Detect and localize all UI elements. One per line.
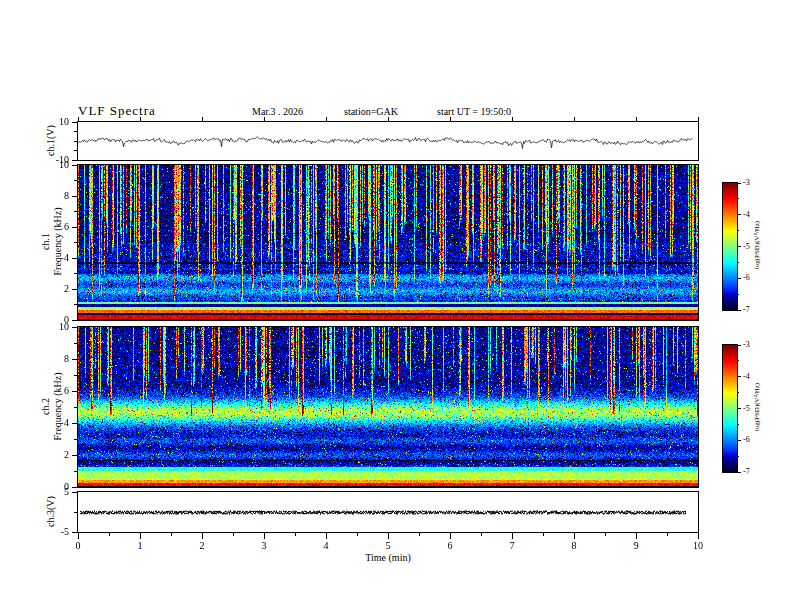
y-tick (72, 258, 78, 259)
y-tick (72, 320, 78, 321)
x-top-tick (388, 117, 389, 121)
x-minor-tick (419, 533, 420, 536)
ch1-spectrogram-plot (77, 164, 699, 321)
colorbar-tick (737, 376, 741, 377)
y-tick-label: 6 (44, 221, 69, 232)
x-tick (78, 533, 79, 539)
x-tick (326, 533, 327, 539)
x-tick-label: 3 (252, 540, 276, 551)
y-tick (72, 289, 78, 290)
x-tick (574, 533, 575, 539)
plot-title: VLF Spectra (78, 103, 156, 119)
x-minor-tick (481, 533, 482, 536)
x-tick-label: 4 (314, 540, 338, 551)
colorbar-tick (737, 214, 741, 215)
date-label: Mar.3 . 2026 (252, 106, 303, 117)
x-top-tick (264, 117, 265, 121)
x-top-tick (512, 117, 513, 121)
x-tick (636, 533, 637, 539)
start-ut-label: start UT = 19:50:0 (437, 106, 511, 117)
ch1-waveform-plot (77, 121, 699, 161)
x-tick (512, 533, 513, 539)
x-minor-tick (543, 533, 544, 536)
colorbar-tick-label: -3 (743, 178, 761, 187)
colorbar-minor-tick (737, 294, 739, 295)
y-tick-label: 5 (44, 486, 69, 497)
colorbar-minor-tick (737, 360, 739, 361)
x-top-tick (574, 117, 575, 121)
colorbar-tick (737, 183, 741, 184)
y-tick-label: 10 (44, 159, 69, 170)
y-minor-tick (74, 407, 78, 408)
y-minor-tick (74, 471, 78, 472)
x-tick-label: 6 (438, 540, 462, 551)
y-tick-label: 2 (44, 283, 69, 294)
y-tick-label: 4 (44, 252, 69, 263)
y-minor-tick (74, 211, 78, 212)
y-tick (72, 423, 78, 424)
y-minor-tick (74, 375, 78, 376)
colorbar-ch2 (722, 344, 738, 473)
y-tick (72, 227, 78, 228)
y-minor-tick (74, 343, 78, 344)
colorbar-minor-tick (737, 198, 739, 199)
colorbar-tick-label: -4 (743, 372, 761, 381)
colorbar-minor-tick (737, 262, 739, 263)
y-minor-tick (74, 304, 78, 305)
y-tick (72, 327, 78, 328)
colorbar-tick (737, 472, 741, 473)
y-tick (72, 492, 78, 493)
colorbar-minor-tick (737, 392, 739, 393)
x-minor-tick (357, 533, 358, 536)
y-tick (72, 455, 78, 456)
x-top-tick (326, 117, 327, 121)
y-tick (72, 359, 78, 360)
colorbar-tick-label: -3 (743, 340, 761, 349)
y-minor-tick (74, 439, 78, 440)
y-tick-label: 2 (44, 449, 69, 460)
y-tick-label: 8 (44, 353, 69, 364)
x-tick-label: 10 (686, 540, 710, 551)
x-top-tick (450, 117, 451, 121)
y-minor-tick (74, 273, 78, 274)
x-top-tick (698, 117, 699, 121)
colorbar-minor-tick (737, 424, 739, 425)
ch2-spectrogram-plot (77, 326, 699, 488)
y-tick (72, 165, 78, 166)
y-minor-tick (74, 512, 78, 513)
x-tick-label: 7 (500, 540, 524, 551)
x-minor-tick (295, 533, 296, 536)
y-tick-label: 10 (44, 321, 69, 332)
y-tick (72, 196, 78, 197)
colorbar-tick-label: -7 (743, 467, 761, 476)
colorbar-tick-label: -7 (743, 305, 761, 314)
x-tick (140, 533, 141, 539)
x-tick-label: 0 (66, 540, 90, 551)
colorbar-tick-label: -5 (743, 404, 761, 413)
x-top-tick (636, 117, 637, 121)
time-axis-title: Time (min) (338, 552, 438, 563)
y-tick-label: 10 (44, 116, 69, 127)
colorbar-tick-label: -6 (743, 435, 761, 444)
y-tick-label: 6 (44, 385, 69, 396)
x-top-tick (202, 117, 203, 121)
colorbar-tick-label: -6 (743, 273, 761, 282)
colorbar-tick (737, 440, 741, 441)
x-top-tick (140, 117, 141, 121)
colorbar-tick-label: -4 (743, 210, 761, 219)
x-tick-label: 2 (190, 540, 214, 551)
y-tick (72, 487, 78, 488)
y-minor-tick (74, 141, 78, 142)
x-tick (388, 533, 389, 539)
x-top-tick (78, 117, 79, 121)
colorbar-tick (737, 278, 741, 279)
colorbar-tick-label: -5 (743, 242, 761, 251)
colorbar-minor-tick (737, 230, 739, 231)
x-tick (698, 533, 699, 539)
x-minor-tick (109, 533, 110, 536)
y-minor-tick (74, 131, 78, 132)
y-minor-tick (74, 150, 78, 151)
y-tick-label: 8 (44, 190, 69, 201)
x-minor-tick (233, 533, 234, 536)
colorbar-tick (737, 310, 741, 311)
